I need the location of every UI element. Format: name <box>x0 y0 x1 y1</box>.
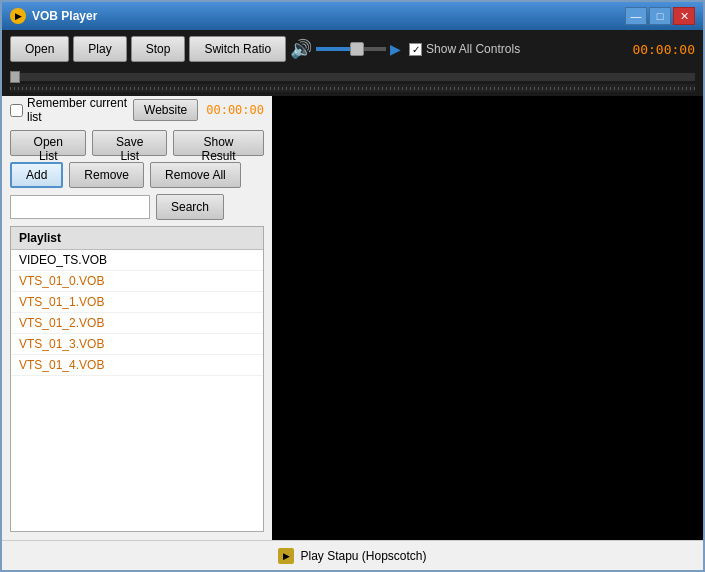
status-icon: ▶ <box>278 548 294 564</box>
remove-all-button[interactable]: Remove All <box>150 162 241 188</box>
open-list-button[interactable]: Open List <box>10 130 86 156</box>
app-icon: ▶ <box>10 8 26 24</box>
search-button[interactable]: Search <box>156 194 224 220</box>
show-result-button[interactable]: Show Result <box>173 130 264 156</box>
list-item[interactable]: VTS_01_4.VOB <box>11 355 263 376</box>
controls-row1: Remember current list Website 00:00:00 <box>10 96 264 124</box>
playlist-header: Playlist <box>11 227 263 250</box>
window-title: VOB Player <box>32 9 97 23</box>
search-input[interactable] <box>10 195 150 219</box>
list-item[interactable]: VIDEO_TS.VOB <box>11 250 263 271</box>
remember-checkbox[interactable] <box>10 104 23 117</box>
show-controls-checkbox[interactable] <box>409 43 422 56</box>
minimize-button[interactable]: — <box>625 7 647 25</box>
main-window: ▶ VOB Player — □ ✕ Open Play Stop Switch… <box>0 0 705 572</box>
title-bar-left: ▶ VOB Player <box>10 8 97 24</box>
volume-control: ▶ <box>316 41 401 57</box>
list-item[interactable]: VTS_01_2.VOB <box>11 313 263 334</box>
controls-row3: Add Remove Remove All <box>10 162 264 188</box>
volume-slider[interactable] <box>316 47 386 51</box>
remember-area: Remember current list <box>10 96 127 124</box>
playlist-area: Playlist VIDEO_TS.VOB VTS_01_0.VOB VTS_0… <box>10 226 264 532</box>
title-bar-buttons: — □ ✕ <box>625 7 695 25</box>
speaker-icon: 🔊 <box>290 38 312 60</box>
show-controls-area: Show All Controls <box>409 42 520 56</box>
search-row: Search <box>10 194 264 220</box>
list-item[interactable]: VTS_01_0.VOB <box>11 271 263 292</box>
switch-ratio-button[interactable]: Switch Ratio <box>189 36 286 62</box>
seek-bar[interactable] <box>10 73 695 81</box>
tick-marks <box>10 84 695 92</box>
website-timer-area: Website 00:00:00 <box>133 99 264 121</box>
list-item[interactable]: VTS_01_3.VOB <box>11 334 263 355</box>
status-text: Play Stapu (Hopscotch) <box>300 549 426 563</box>
title-bar: ▶ VOB Player — □ ✕ <box>2 2 703 30</box>
add-button[interactable]: Add <box>10 162 63 188</box>
video-area <box>272 96 703 540</box>
show-controls-label: Show All Controls <box>426 42 520 56</box>
website-button[interactable]: Website <box>133 99 198 121</box>
list-item[interactable]: VTS_01_1.VOB <box>11 292 263 313</box>
play-button[interactable]: Play <box>73 36 126 62</box>
remember-label: Remember current list <box>27 96 127 124</box>
stop-button[interactable]: Stop <box>131 36 186 62</box>
seek-bar-container <box>2 68 703 96</box>
main-toolbar: Open Play Stop Switch Ratio 🔊 ▶ Show All… <box>2 30 703 68</box>
status-bar: ▶ Play Stapu (Hopscotch) <box>2 540 703 570</box>
secondary-timer: 00:00:00 <box>206 103 264 117</box>
left-panel: Remember current list Website 00:00:00 O… <box>2 96 272 540</box>
close-button[interactable]: ✕ <box>673 7 695 25</box>
remove-button[interactable]: Remove <box>69 162 144 188</box>
controls-row2: Open List Save List Show Result <box>10 130 264 156</box>
save-list-button[interactable]: Save List <box>92 130 167 156</box>
main-timer: 00:00:00 <box>632 42 695 57</box>
volume-arrow-icon: ▶ <box>390 41 401 57</box>
open-button[interactable]: Open <box>10 36 69 62</box>
maximize-button[interactable]: □ <box>649 7 671 25</box>
main-area: Remember current list Website 00:00:00 O… <box>2 96 703 540</box>
tick-marks-inner <box>10 87 695 90</box>
